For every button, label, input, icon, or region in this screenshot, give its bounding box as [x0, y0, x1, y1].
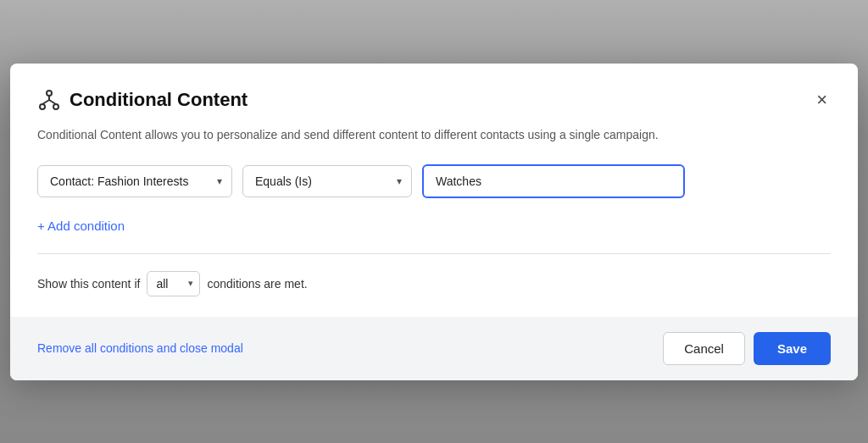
cancel-button[interactable]: Cancel	[663, 332, 745, 365]
field-select[interactable]: Contact: Fashion Interests Contact: Emai…	[37, 165, 232, 197]
svg-point-2	[53, 104, 58, 109]
operator-select[interactable]: Equals (Is) Does not equal Contains Does…	[242, 165, 412, 197]
divider	[37, 253, 831, 254]
conditions-row: Contact: Fashion Interests Contact: Emai…	[37, 164, 831, 198]
backdrop: Conditional Content × Conditional Conten…	[0, 0, 868, 443]
add-condition-button[interactable]: + Add condition	[37, 215, 125, 236]
modal-header: Conditional Content ×	[37, 87, 831, 113]
conditional-content-icon	[37, 88, 61, 112]
remove-conditions-button[interactable]: Remove all conditions and close modal	[37, 341, 243, 355]
modal-description: Conditional Content allows you to person…	[37, 126, 831, 144]
show-content-suffix: conditions are met.	[207, 277, 307, 291]
add-condition-label: + Add condition	[37, 219, 125, 233]
svg-line-5	[49, 100, 56, 104]
value-input[interactable]	[422, 164, 685, 198]
operator-select-wrapper: Equals (Is) Does not equal Contains Does…	[242, 165, 412, 197]
title-group: Conditional Content	[37, 88, 248, 112]
modal-body: Conditional Content × Conditional Conten…	[10, 64, 858, 317]
svg-line-4	[42, 100, 49, 104]
svg-point-1	[40, 104, 45, 109]
modal-footer: Remove all conditions and close modal Ca…	[10, 317, 858, 380]
show-content-prefix: Show this content if	[37, 277, 140, 291]
save-button[interactable]: Save	[754, 332, 831, 365]
show-content-row: Show this content if all any ▾ condition…	[37, 271, 831, 296]
footer-actions: Cancel Save	[663, 332, 831, 365]
modal-title: Conditional Content	[70, 89, 248, 111]
field-select-wrapper: Contact: Fashion Interests Contact: Emai…	[37, 165, 232, 197]
all-select[interactable]: all any	[147, 271, 200, 296]
all-select-wrapper: all any ▾	[147, 271, 200, 296]
svg-point-0	[47, 91, 52, 96]
modal: Conditional Content × Conditional Conten…	[10, 64, 858, 380]
close-button[interactable]: ×	[813, 87, 831, 113]
